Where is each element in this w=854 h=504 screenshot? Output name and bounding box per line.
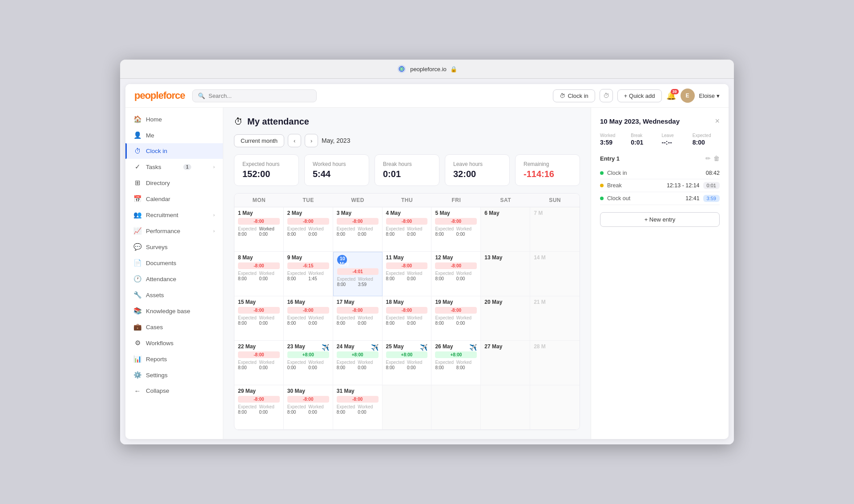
cal-detail: ExpectedWorked 0:000:00 — [287, 360, 329, 370]
sidebar-item-reports[interactable]: 📊 Reports — [125, 351, 223, 367]
clock-in-button[interactable]: ⏱ Clock in — [553, 89, 595, 102]
clock-out-dot — [600, 197, 604, 200]
side-panel-close-button[interactable]: × — [715, 117, 720, 126]
sidebar-item-directory[interactable]: ⊞ Directory — [125, 175, 223, 191]
cal-day-5[interactable]: 5 May -8:00 ExpectedWorked 8:000:00 — [431, 207, 481, 252]
cal-header-fri: Fri — [431, 194, 481, 207]
search-input[interactable] — [209, 93, 311, 99]
cal-bar: -8:00 — [238, 351, 280, 358]
cal-bar: -8:00 — [287, 218, 329, 225]
quick-add-button[interactable]: + Quick add — [617, 89, 662, 102]
cal-day-13-may: 13 May — [481, 252, 530, 296]
logo-text-main: people — [134, 90, 163, 101]
cal-empty-4 — [530, 385, 580, 430]
user-menu-button[interactable]: Eloise ▾ — [699, 93, 720, 99]
sidebar-item-settings[interactable]: ⚙️ Settings — [125, 367, 223, 383]
cal-day-num: 5 May — [435, 210, 477, 216]
sidebar-item-me[interactable]: 👤 Me — [125, 127, 223, 143]
side-stat-leave-val: --:-- — [662, 139, 689, 146]
sidebar-label-recruitment: Recruitment — [146, 212, 178, 218]
cal-day-8[interactable]: 8 May -8:00 ExpectedWorked 8:000:00 — [234, 252, 284, 296]
cal-day-11[interactable]: 11 May -8:00 ExpectedWorked 8:000:00 — [383, 252, 432, 296]
new-entry-button[interactable]: + New entry — [600, 212, 720, 227]
cal-day-22[interactable]: 22 May -8:00 ExpectedWorked 8:000:00 — [234, 341, 284, 385]
cal-detail: ExpectedWorked 8:000:00 — [337, 360, 379, 370]
cal-bar: -8:00 — [386, 307, 428, 314]
cal-day-2[interactable]: 2 May -8:00 ExpectedWorked 8:000:00 — [284, 207, 333, 252]
break-time: 12:13 - 12:14 — [667, 182, 700, 189]
delete-entry-button[interactable]: 🗑 — [713, 155, 720, 162]
leave-value: 32:00 — [453, 169, 501, 179]
notifications-button[interactable]: 🔔 39 — [666, 91, 676, 101]
sidebar-item-clock-in[interactable]: ⏱ Clock in — [125, 143, 223, 159]
cal-day-17[interactable]: 17 May -8:00 ExpectedWorked 8:000:00 — [333, 296, 383, 341]
cal-empty-3 — [481, 385, 530, 430]
search-box[interactable]: 🔍 — [192, 89, 317, 102]
cal-day-9[interactable]: 9 May -6:15 ExpectedWorked 8:001:45 — [284, 252, 333, 296]
leave-label: Leave hours — [453, 161, 501, 167]
cal-header-wed: Wed — [333, 194, 383, 207]
sidebar-label-assets: Assets — [146, 292, 164, 298]
sidebar-label-reports: Reports — [146, 356, 167, 363]
cal-day-num: 2 May — [287, 210, 329, 216]
current-month-button[interactable]: Current month — [234, 134, 284, 147]
vacation-icon: ✈️ — [420, 344, 427, 351]
cal-day-31[interactable]: 31 May -8:00 ExpectedWorked 8:000:00 — [333, 385, 383, 430]
cal-header-thu: Thu — [383, 194, 432, 207]
notif-badge: 39 — [671, 89, 679, 94]
cal-day-19[interactable]: 19 May -8:00 ExpectedWorked 8:000:00 — [431, 296, 481, 341]
expected-value: 152:00 — [242, 169, 290, 179]
cal-day-29[interactable]: 29 May -8:00 ExpectedWorked 8:000:00 — [234, 385, 284, 430]
cal-detail: ExpectedWorked 8:000:00 — [386, 271, 428, 281]
cal-bar: -8:00 — [435, 307, 477, 314]
cal-day-10[interactable]: 10 May -4:01 ExpectedWorked 8:003:59 — [333, 252, 383, 296]
sidebar-item-assets[interactable]: 🔧 Assets — [125, 287, 223, 303]
cal-day-4[interactable]: 4 May -8:00 ExpectedWorked 8:000:00 — [383, 207, 432, 252]
cal-detail: ExpectedWorked 8:000:00 — [238, 404, 280, 415]
sidebar-item-cases[interactable]: 💼 Cases — [125, 319, 223, 335]
cal-day-24[interactable]: 24 May ✈️ +8:00 ExpectedWorked 8:000:00 — [333, 341, 383, 385]
cal-day-15[interactable]: 15 May -8:00 ExpectedWorked 8:000:00 — [234, 296, 284, 341]
sidebar-item-knowledge-base[interactable]: 📚 Knowledge base — [125, 303, 223, 319]
sidebar-item-recruitment[interactable]: 👥 Recruitment › — [125, 207, 223, 223]
attendance-clock-icon: ⏱ — [234, 117, 243, 127]
history-clock-button[interactable]: ⏱ — [600, 89, 613, 102]
cal-day-26[interactable]: 26 May ✈️ +8:00 ExpectedWorked 8:008:00 — [431, 341, 481, 385]
collapse-icon: ← — [133, 387, 141, 395]
sidebar-item-calendar[interactable]: 📅 Calendar — [125, 191, 223, 207]
cal-day-23[interactable]: 23 May ✈️ +8:00 ExpectedWorked 0:000:00 — [284, 341, 333, 385]
app-container: peopleforce 🔍 ⏱ Clock in ⏱ + Quick add — [125, 84, 729, 439]
cal-header-sun: Sun — [530, 194, 580, 207]
cal-day-25[interactable]: 25 May ✈️ +8:00 ExpectedWorked 8:000:00 — [383, 341, 432, 385]
cal-day-18[interactable]: 18 May -8:00 ExpectedWorked 8:000:00 — [383, 296, 432, 341]
edit-entry-button[interactable]: ✏ — [705, 155, 711, 162]
sidebar-label-documents: Documents — [146, 260, 176, 266]
side-stat-break-label: Break — [631, 133, 658, 138]
browser-url: peopleforce.io 🔒 — [397, 64, 457, 74]
side-stat-expected: Expected 8:00 — [693, 133, 720, 146]
cal-day-16[interactable]: 16 May -8:00 ExpectedWorked 8:000:00 — [284, 296, 333, 341]
cal-day-30[interactable]: 30 May -8:00 ExpectedWorked 8:000:00 — [284, 385, 333, 430]
performance-icon: 📈 — [133, 227, 141, 235]
avatar: E — [681, 89, 695, 103]
side-panel: 10 May 2023, Wednesday × Worked 3:59 Bre… — [591, 108, 729, 439]
cal-day-12[interactable]: 12 May -8:00 ExpectedWorked 8:000:00 — [431, 252, 481, 296]
sidebar-item-documents[interactable]: 📄 Documents — [125, 255, 223, 271]
sidebar-item-workflows[interactable]: ⚙ Workflows — [125, 335, 223, 351]
sidebar-item-home[interactable]: 🏠 Home — [125, 111, 223, 127]
attendance-page: ⏱ My attendance Current month ‹ › May, 2… — [223, 108, 591, 439]
sidebar-item-surveys[interactable]: 💬 Surveys — [125, 239, 223, 255]
cal-day-3[interactable]: 3 May -8:00 ExpectedWorked 8:000:00 — [333, 207, 383, 252]
sidebar-item-attendance[interactable]: 🕐 Attendance — [125, 271, 223, 287]
sidebar-item-collapse[interactable]: ← Collapse — [125, 383, 223, 399]
cal-detail: ExpectedWorked 8:000:00 — [287, 404, 329, 415]
expected-label: Expected hours — [242, 161, 290, 167]
sidebar-label-attendance: Attendance — [146, 276, 176, 282]
cal-day-1[interactable]: 1 May -8:00 ExpectedWorked 8:000:00 — [234, 207, 284, 252]
cal-detail: ExpectedWorked 8:000:00 — [337, 226, 379, 237]
prev-month-button[interactable]: ‹ — [288, 134, 301, 147]
sidebar-item-tasks[interactable]: ✓ Tasks 1 › — [125, 159, 223, 175]
sidebar-item-performance[interactable]: 📈 Performance › — [125, 223, 223, 239]
cal-detail: ExpectedWorked 8:000:00 — [238, 315, 280, 326]
next-month-button[interactable]: › — [305, 134, 318, 147]
